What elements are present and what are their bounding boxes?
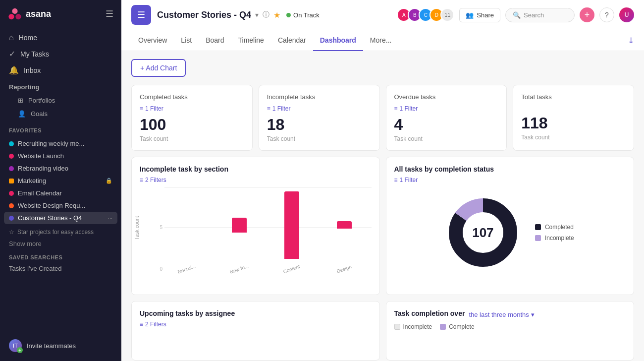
filter-tag-overdue[interactable]: ≡ 1 Filter (394, 105, 418, 112)
info-icon[interactable]: ⓘ (263, 10, 269, 19)
stat-value-incomplete: 18 (267, 116, 372, 133)
filter-tag-incomplete[interactable]: ≡ 1 Filter (267, 105, 291, 112)
add-button[interactable]: + (580, 7, 594, 22)
fav-label: Customer Stories - Q4 (18, 214, 82, 222)
bar-label-design: Design (336, 264, 352, 274)
topbar: ☰ Customer Stories - Q4 ▾ ⓘ ★ On Track A… (121, 0, 644, 30)
filter-icon: ≡ (140, 105, 143, 112)
comp-legend-box-complete (440, 324, 446, 330)
help-button[interactable]: ? (599, 7, 614, 22)
fav-item-recruiting[interactable]: Recruiting weekly me... (4, 137, 117, 150)
goals-icon: 👤 (18, 110, 26, 118)
fav-dot (9, 191, 14, 196)
invite-teammates-button[interactable]: IT + Invite teammates (4, 335, 117, 356)
saved-searches-label: Saved searches (0, 249, 121, 262)
filter-icon: ≡ (140, 321, 143, 328)
stat-value-overdue: 4 (394, 116, 499, 133)
stat-title-overdue: Overdue tasks (394, 93, 499, 101)
chevron-down-period-icon: ▾ (531, 311, 535, 318)
reporting-section-label: Reporting (0, 80, 121, 92)
sidebar-item-inbox-label: Inbox (24, 66, 41, 74)
comp-legend-label-incomplete: Incomplete (403, 323, 432, 330)
fav-dot (9, 203, 14, 208)
sidebar-item-inbox[interactable]: 🔔 Inbox (4, 62, 117, 78)
bar-design (337, 221, 352, 229)
tab-list[interactable]: List (174, 30, 199, 51)
star-projects-text: Star projects for easy access (17, 229, 94, 236)
legend-dot-completed (535, 224, 541, 230)
search-box[interactable]: 🔍 Search (505, 8, 575, 22)
filter-label: 2 Filters (145, 321, 166, 328)
stat-value-total: 118 (521, 115, 626, 132)
sidebar-header: asana ☰ (0, 0, 121, 28)
add-chart-button[interactable]: + Add Chart (131, 59, 186, 77)
svg-point-0 (12, 8, 17, 14)
download-icon[interactable]: ⤓ (628, 32, 634, 49)
fav-item-website-launch[interactable]: Website Launch (4, 150, 117, 162)
y-axis-label: Task count (134, 216, 140, 240)
home-icon: ⌂ (9, 33, 14, 42)
period-select[interactable]: the last three months ▾ (469, 311, 534, 318)
upcoming-tasks-filter[interactable]: ≡ 2 Filters (140, 321, 166, 328)
show-more-button[interactable]: Show more (0, 238, 121, 249)
sidebar-item-goals[interactable]: 👤 Goals (4, 107, 117, 120)
donut-center-value: 107 (472, 225, 493, 241)
asana-logo-text: asana (26, 9, 51, 19)
more-icon[interactable]: ··· (108, 215, 112, 221)
invite-label: Invite teammates (27, 342, 76, 350)
bar-chart-filter[interactable]: ≡ 2 Filters (140, 177, 166, 183)
bar-label-content: Content (282, 264, 301, 275)
sidebar-item-my-tasks-label: My Tasks (20, 50, 49, 58)
period-label: the last three months (469, 311, 529, 318)
tab-timeline[interactable]: Timeline (231, 30, 271, 51)
filter-label: 1 Filter (400, 105, 418, 112)
star-filled-icon[interactable]: ★ (273, 10, 280, 20)
saved-search-tasks-created[interactable]: Tasks I've Created (0, 262, 121, 275)
tab-board[interactable]: Board (199, 30, 231, 51)
chevron-down-icon[interactable]: ▾ (255, 11, 259, 19)
topbar-right: A B C D 11 👥 Share 🔍 Search + ? U (397, 7, 634, 22)
comp-legend-complete: Complete (440, 323, 474, 330)
bar-group-content: Content (269, 187, 314, 272)
donut-chart-filter[interactable]: ≡ 1 Filter (394, 177, 418, 183)
fav-item-rebranding[interactable]: Rebranding video (4, 162, 117, 175)
comp-legend-box-incomplete (394, 324, 400, 330)
stat-sub-completed: Task count (140, 135, 244, 142)
stats-row: Completed tasks ≡ 1 Filter 100 Task coun… (131, 85, 634, 151)
bar-chart-card: Incomplete task by section ≡ 2 Filters T… (131, 157, 380, 295)
search-placeholder: Search (524, 11, 544, 19)
stat-card-incomplete: Incomplete tasks ≡ 1 Filter 18 Task coun… (259, 85, 380, 151)
tab-calendar[interactable]: Calendar (271, 30, 313, 51)
tab-dashboard[interactable]: Dashboard (313, 30, 363, 51)
fav-item-customer-stories[interactable]: Customer Stories - Q4 ··· (4, 212, 117, 224)
tab-overview[interactable]: Overview (131, 30, 174, 51)
hamburger-icon[interactable]: ☰ (106, 8, 113, 19)
fav-label: Email Calendar (18, 189, 62, 197)
fav-item-marketing[interactable]: Marketing 🔒 (4, 175, 117, 187)
star-projects-hint: ☆ Star projects for easy access (0, 226, 121, 238)
fav-item-email-calendar[interactable]: Email Calendar (4, 187, 117, 199)
task-completion-card: Task completion over the last three mont… (386, 301, 635, 361)
sidebar-item-home[interactable]: ⌂ Home (4, 30, 117, 46)
filter-tag-completed[interactable]: ≡ 1 Filter (140, 105, 163, 112)
main-content: ☰ Customer Stories - Q4 ▾ ⓘ ★ On Track A… (121, 0, 644, 361)
project-icon-button[interactable]: ☰ (131, 5, 151, 25)
fav-dot (9, 179, 14, 183)
bar-label-newfo: New fo... (229, 263, 249, 275)
fav-label: Marketing (18, 177, 46, 184)
sidebar-item-my-tasks[interactable]: ✓ My Tasks (4, 46, 117, 62)
bar-label-recrui: Recrui... (177, 263, 197, 275)
charts-row: Incomplete task by section ≡ 2 Filters T… (131, 157, 634, 295)
avatar-group: A B C D 11 (397, 8, 454, 22)
stat-card-completed: Completed tasks ≡ 1 Filter 100 Task coun… (131, 85, 253, 151)
bar-group-newfo: New fo... (217, 187, 262, 272)
sidebar-item-home-label: Home (19, 34, 37, 42)
filter-label: 2 Filters (145, 177, 166, 183)
sidebar-item-portfolios[interactable]: ⊞ Portfolios (4, 94, 117, 107)
bar-newfo (232, 218, 247, 233)
fav-item-website-design[interactable]: Website Design Requ... (4, 199, 117, 212)
asana-logo[interactable]: asana (8, 7, 51, 21)
user-avatar[interactable]: U (619, 7, 634, 22)
share-button[interactable]: 👥 Share (459, 8, 500, 22)
tab-more[interactable]: More... (363, 30, 399, 51)
